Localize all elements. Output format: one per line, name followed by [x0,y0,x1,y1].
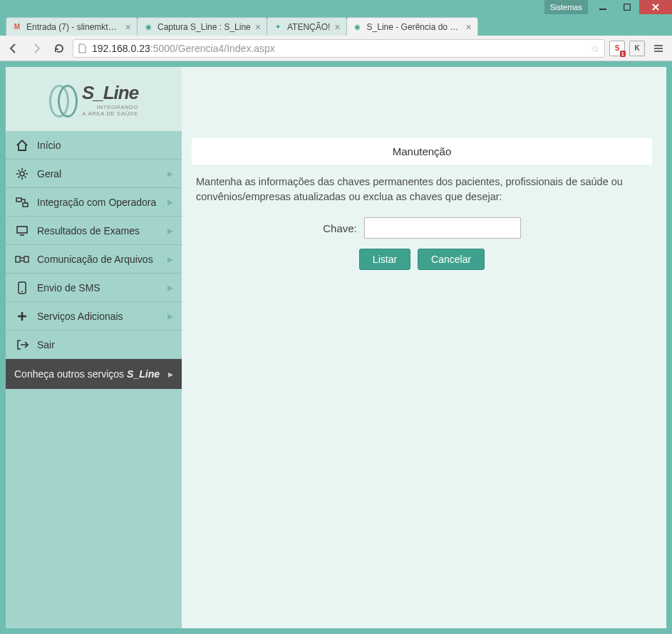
svg-rect-4 [654,51,663,52]
svg-rect-7 [23,203,28,207]
transfer-icon [14,254,30,264]
chave-input[interactable] [364,217,521,239]
browser-tab-0[interactable]: M Entrada (7) - slinemkt@g × [6,17,138,36]
tab-label: S_Line - Gerência do Clie [367,22,462,32]
svg-point-12 [21,291,23,292]
svg-rect-6 [16,198,21,202]
svg-rect-0 [599,9,606,10]
address-bar[interactable]: 192.168.0.23:5000/Gerencia4/Index.aspx ☆ [73,39,605,58]
tab-label: Captura S_Line : S_Line [157,22,251,32]
logo-brand: S_Line [82,82,138,104]
extension-icon-2[interactable]: K [629,41,645,56]
extension-icon-1[interactable]: S1 [609,41,625,56]
svg-point-5 [20,172,24,176]
chevron-right-icon: ▸ [167,224,173,237]
sidebar-item-label: Envio de SMS [37,282,100,293]
sidebar-item-label: Integração com Operadora [37,197,156,208]
browser-tabstrip: M Entrada (7) - slinemkt@g × ◉ Captura S… [0,14,672,36]
window-titlebar: Sistemas [0,0,672,14]
sidebar-item-label: Serviços Adicionais [37,311,123,322]
browser-toolbar: 192.168.0.23:5000/Gerencia4/Index.aspx ☆… [0,36,672,61]
cancelar-button[interactable]: Cancelar [418,249,485,270]
app-root: S_Line INTEGRANDO A ÁREA DE SAÚDE Início [6,67,666,628]
monitor-icon [14,224,30,237]
sidebar-item-label: Sair [37,339,55,350]
sline-icon: ◉ [143,22,153,32]
svg-rect-3 [654,48,663,49]
sidebar-item-comunicacao[interactable]: Comunicação de Arquivos ▸ [6,245,182,274]
button-row: Listar Cancelar [192,249,652,270]
chevron-right-icon: ▸ [167,281,173,294]
chevron-right-icon: ▸ [167,252,173,266]
tab-label: ATENÇÃO! [287,22,330,32]
sidebar-item-label: Comunicação de Arquivos [37,254,153,265]
logo-tagline-2: A ÁREA DE SAÚDE [82,110,138,117]
logout-icon [14,338,30,351]
browser-tab-3[interactable]: ◉ S_Line - Gerência do Clie × [346,17,478,36]
chrome-menu-button[interactable] [649,39,668,58]
svg-rect-8 [17,227,27,233]
logo: S_Line INTEGRANDO A ÁREA DE SAÚDE [6,67,182,131]
svg-rect-9 [16,256,20,262]
sidebar-item-sms[interactable]: Envio de SMS ▸ [6,274,182,302]
back-button[interactable] [4,39,23,58]
sidebar-item-servicos[interactable]: Serviços Adicionais ▸ [6,302,182,331]
forward-button[interactable] [27,39,46,58]
logo-swirl-icon [49,85,78,113]
sidebar-footer-link[interactable]: Conheça outros serviços S_Line ▸ [6,359,182,389]
sidebar-item-sair[interactable]: Sair [6,331,182,359]
gear-icon [14,167,30,180]
chevron-right-icon: ▸ [167,195,173,209]
browser-tab-2[interactable]: ✦ ATENÇÃO! × [267,17,347,36]
close-icon[interactable]: × [251,21,261,33]
home-icon [14,139,30,152]
close-icon[interactable]: × [461,21,471,33]
phone-icon [14,281,30,294]
chave-label: Chave: [323,222,357,234]
svg-rect-10 [24,256,29,262]
chevron-right-icon: ▸ [168,368,173,380]
window-close-button[interactable] [639,0,672,14]
sidebar: S_Line INTEGRANDO A ÁREA DE SAÚDE Início [6,67,182,628]
close-icon[interactable]: × [121,21,131,33]
chevron-right-icon: ▸ [167,309,173,323]
listar-button[interactable]: Listar [359,249,410,270]
logo-tagline-1: INTEGRANDO [82,104,138,110]
window-minimize-button[interactable] [591,0,615,14]
alert-icon: ✦ [273,22,283,32]
sidebar-item-label: Início [37,140,61,151]
chevron-right-icon: ▸ [167,167,173,180]
page-viewport: S_Line INTEGRANDO A ÁREA DE SAÚDE Início [0,61,672,634]
tab-label: Entrada (7) - slinemkt@g [26,22,121,32]
page-description: Mantenha as informações das chaves perma… [192,165,652,217]
sidebar-item-geral[interactable]: Geral ▸ [6,160,182,188]
sidebar-item-inicio[interactable]: Início [6,131,182,160]
gmail-icon: M [12,22,22,32]
sidebar-item-integracao[interactable]: Integração com Operadora ▸ [6,188,182,217]
url-path: :5000/Gerencia4/Index.aspx [150,43,275,54]
chave-form-row: Chave: [192,217,652,239]
browser-tab-1[interactable]: ◉ Captura S_Line : S_Line × [137,17,267,36]
sidebar-item-resultados[interactable]: Resultados de Exames ▸ [6,217,182,245]
plus-icon [14,311,30,322]
star-icon[interactable]: ☆ [591,43,600,54]
systems-menu-button[interactable]: Sistemas [544,0,588,14]
url-host: 192.168.0.23 [92,43,150,54]
sidebar-item-label: Geral [37,168,61,180]
footer-brand: S_Line [127,368,160,380]
sidebar-item-label: Resultados de Exames [37,225,140,237]
reload-button[interactable] [50,39,68,58]
footer-prefix: Conheça outros serviços [14,368,124,380]
sline-icon: ◉ [353,22,363,32]
integration-icon [14,196,30,209]
close-icon[interactable]: × [330,21,340,33]
document-icon [78,43,88,53]
svg-rect-1 [624,4,631,11]
main-content: Manutenção Mantenha as informações das c… [182,67,666,628]
window-maximize-button[interactable] [615,0,639,14]
page-title: Manutenção [192,138,652,165]
sidebar-nav: Início Geral ▸ Integração com Operadora … [6,131,182,359]
svg-rect-2 [654,45,663,46]
